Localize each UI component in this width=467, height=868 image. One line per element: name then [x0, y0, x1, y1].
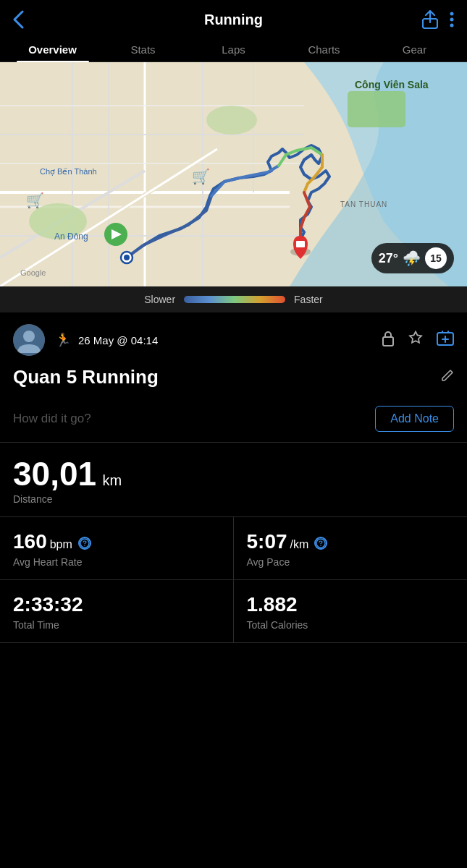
svg-text:TAN THUAN: TAN THUAN: [340, 200, 387, 208]
tab-gear[interactable]: Gear: [369, 36, 460, 61]
weather-aqi: 15: [425, 247, 447, 269]
activity-info-row: 🏃 26 May @ 04:14: [0, 312, 467, 363]
weather-temp: 27°: [379, 251, 398, 266]
calories-value: 1.882: [247, 593, 298, 616]
more-button[interactable]: [450, 12, 454, 27]
activity-action-icons: [382, 331, 454, 350]
stat-distance: 30,01 km Distance: [0, 443, 467, 517]
stat-heart-rate: 160 bpm Avg Heart Rate: [0, 517, 234, 580]
svg-text:🛒: 🛒: [192, 168, 210, 185]
svg-rect-33: [296, 241, 305, 247]
speed-faster-label: Faster: [294, 294, 323, 305]
add-note-button[interactable]: Add Note: [375, 406, 454, 432]
map-location-label: Công Viên Sala: [355, 79, 429, 90]
running-icon: 🏃: [55, 332, 71, 348]
svg-point-3: [450, 24, 454, 27]
svg-text:An Đông: An Đông: [54, 231, 88, 242]
avatar: [13, 324, 45, 356]
pace-unit: /km: [290, 538, 309, 551]
stat-time: 2:33:32 Total Time: [0, 580, 234, 643]
note-row: How did it go? Add Note: [0, 399, 467, 443]
svg-rect-36: [383, 337, 393, 346]
activity-meta: 🏃 26 May @ 04:14: [55, 332, 371, 348]
share-button[interactable]: [422, 10, 438, 29]
svg-point-20: [206, 106, 257, 135]
distance-value: 30,01: [13, 455, 96, 493]
activity-title: Quan 5 Running: [13, 366, 159, 388]
stat-calories: 1.882 Total Calories: [234, 580, 468, 643]
stats-grid: 160 bpm Avg Heart Rate 5:07 /km: [0, 517, 467, 643]
distance-unit: km: [103, 472, 122, 488]
heart-rate-value: 160: [13, 530, 47, 553]
heart-rate-unit: bpm: [50, 538, 72, 551]
svg-point-35: [23, 331, 35, 342]
header: Running: [0, 0, 467, 36]
distance-label: Distance: [13, 493, 454, 505]
lock-button[interactable]: [382, 331, 395, 350]
pace-info-icon: [314, 537, 327, 550]
svg-point-2: [450, 18, 454, 22]
back-button[interactable]: [13, 10, 25, 29]
weather-icon: ⛈️: [403, 250, 421, 267]
activity-date: 26 May @ 04:14: [78, 334, 158, 346]
svg-point-41: [84, 545, 85, 546]
add-media-button[interactable]: [437, 331, 454, 350]
map-view: Công Viên Sala Chợ Bến Thành An Đông TAN…: [0, 62, 467, 286]
pace-label: Avg Pace: [247, 556, 455, 568]
tab-overview[interactable]: Overview: [7, 36, 98, 61]
nav-tabs: Overview Stats Laps Charts Gear: [0, 36, 467, 62]
svg-text:🛒: 🛒: [26, 192, 44, 209]
svg-text:Chợ Bến Thành: Chợ Bến Thành: [40, 167, 97, 176]
stat-pace: 5:07 /km Avg Pace: [234, 517, 468, 580]
weather-badge: 27° ⛈️ 15: [371, 243, 454, 273]
svg-point-43: [321, 545, 322, 546]
time-label: Total Time: [13, 619, 220, 631]
header-left: [13, 10, 56, 29]
svg-point-31: [124, 255, 130, 260]
note-placeholder: How did it go?: [13, 412, 91, 426]
heart-rate-label: Avg Heart Rate: [13, 556, 220, 568]
tab-stats[interactable]: Stats: [98, 36, 188, 61]
svg-text:Google: Google: [20, 268, 46, 277]
title-row: Quan 5 Running: [0, 363, 467, 399]
calories-label: Total Calories: [247, 619, 455, 631]
page-title: Running: [56, 12, 411, 28]
tab-laps[interactable]: Laps: [188, 36, 279, 61]
header-right: [411, 10, 454, 29]
speed-gradient-bar: [184, 296, 285, 303]
svg-point-1: [450, 12, 454, 16]
svg-rect-21: [348, 91, 405, 127]
edit-title-button[interactable]: [441, 369, 454, 386]
heart-rate-info-icon: [78, 537, 91, 550]
speed-slower-label: Slower: [144, 294, 175, 305]
tab-charts[interactable]: Charts: [279, 36, 369, 61]
speed-legend: Slower Faster: [0, 286, 467, 312]
time-value: 2:33:32: [13, 593, 83, 616]
star-button[interactable]: [408, 331, 424, 349]
pace-value: 5:07: [247, 530, 287, 553]
